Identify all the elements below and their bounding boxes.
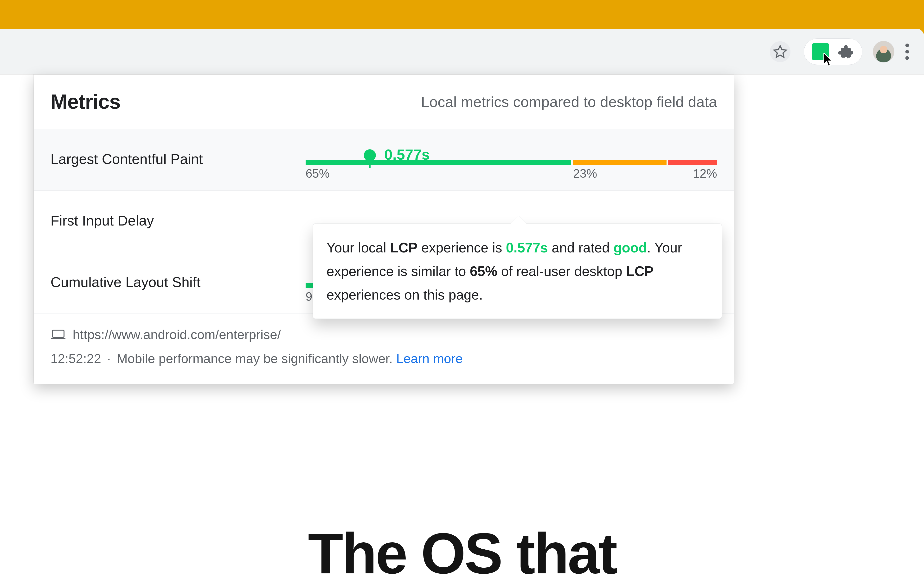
stage: The OS that Metrics Local metrics compar… — [0, 0, 924, 577]
svg-point-2 — [905, 56, 909, 60]
page-content: The OS that Metrics Local metrics compar… — [0, 74, 924, 577]
metric-row-lcp[interactable]: Largest Contentful Paint 65% 23% 12% — [34, 129, 734, 190]
metric-value: 0.577s — [384, 146, 430, 163]
local-value-marker — [364, 149, 376, 166]
toolbar-right-cluster — [767, 39, 909, 65]
learn-more-link[interactable]: Learn more — [396, 351, 463, 366]
popup-header: Metrics Local metrics compared to deskto… — [34, 74, 734, 129]
bookmark-star-button[interactable] — [767, 39, 793, 65]
metric-tooltip: Your local LCP experience is 0.577s and … — [313, 224, 722, 319]
svg-rect-3 — [52, 330, 64, 337]
profile-avatar[interactable] — [873, 41, 894, 63]
star-outline-icon — [772, 43, 788, 60]
footer-warning-line: 12:52:22 · Mobile performance may be sig… — [50, 351, 717, 366]
separator-dot: · — [105, 351, 113, 366]
web-vitals-extension-badge[interactable] — [812, 43, 829, 60]
extensions-pill — [804, 39, 863, 65]
footer-warning-text: Mobile performance may be significantly … — [117, 351, 396, 366]
popup-subtitle: Local metrics compared to desktop field … — [421, 93, 717, 110]
popup-title: Metrics — [50, 90, 121, 113]
browser-window: The OS that Metrics Local metrics compar… — [0, 29, 924, 577]
pct-needs: 23% — [573, 167, 597, 181]
segment-good — [305, 160, 571, 165]
browser-menu-button[interactable] — [905, 43, 909, 60]
metric-label: Cumulative Layout Shift — [50, 274, 305, 290]
pct-good: 65% — [305, 167, 330, 181]
segment-needs — [573, 160, 667, 165]
metric-label: Largest Contentful Paint — [50, 151, 305, 167]
svg-point-0 — [905, 44, 909, 47]
metric-chart-lcp: 65% 23% 12% 0.577s — [305, 141, 717, 177]
segment-poor — [668, 160, 717, 165]
page-headline-cropped: The OS that — [0, 520, 924, 577]
footer-url: https://www.android.com/enterprise/ — [73, 327, 281, 342]
extensions-icon[interactable] — [837, 43, 854, 60]
browser-toolbar — [0, 29, 924, 74]
desktop-device-icon — [50, 329, 66, 340]
web-vitals-popup: Metrics Local metrics compared to deskto… — [34, 74, 734, 384]
metric-label: First Input Delay — [50, 213, 305, 229]
svg-point-1 — [905, 50, 909, 53]
tooltip-text: Your local LCP experience is 0.577s and … — [326, 240, 682, 303]
footer-timestamp: 12:52:22 — [50, 351, 101, 366]
footer-url-line: https://www.android.com/enterprise/ — [50, 327, 717, 342]
pct-poor: 12% — [693, 167, 717, 181]
segment-percent-labels: 65% 23% 12% — [305, 167, 717, 179]
popup-footer: https://www.android.com/enterprise/ 12:5… — [34, 314, 734, 384]
